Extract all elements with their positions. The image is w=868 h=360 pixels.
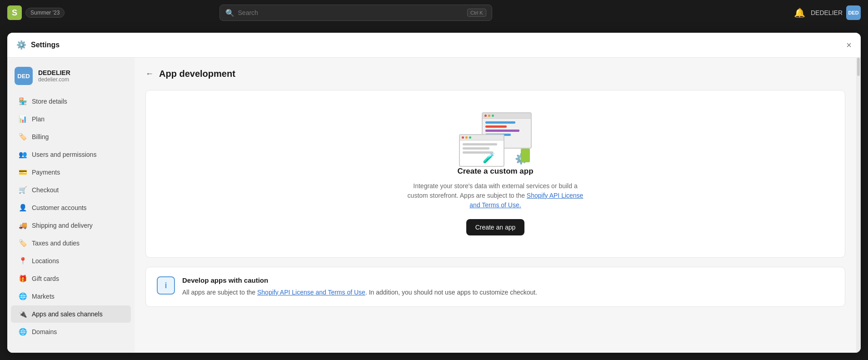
top-bar-right: 🔔 DEDELIER DED	[794, 5, 861, 20]
settings-body: DED DEDELIER dedelier.com 🏪 Store detail…	[7, 58, 861, 353]
top-bar: S Summer '23 🔍 Ctrl K 🔔 DEDELIER DED	[0, 0, 868, 25]
user-name: DEDELIER	[811, 9, 843, 16]
search-input[interactable]	[238, 9, 464, 16]
sidebar-item-customer-accounts[interactable]: 👤 Customer accounts	[11, 199, 131, 216]
sidebar-item-locations[interactable]: 📍 Locations	[11, 252, 131, 270]
locations-icon: 📍	[18, 256, 27, 265]
page-title: App development	[159, 69, 235, 79]
store-details-icon: 🏪	[18, 97, 27, 106]
user-info: DEDELIER DED	[811, 5, 861, 20]
sidebar: DED DEDELIER dedelier.com 🏪 Store detail…	[7, 58, 135, 353]
store-avatar: DED	[15, 67, 33, 85]
gear-icon: ⚙️	[16, 40, 26, 50]
caution-card: i Develop apps with caution All apps are…	[145, 267, 845, 307]
billing-icon: 🏷️	[18, 132, 27, 141]
user-avatar: DED	[846, 5, 861, 20]
sidebar-item-gift-cards[interactable]: 🎁 Gift cards	[11, 270, 131, 287]
sidebar-item-domains[interactable]: 🌐 Domains	[11, 323, 131, 340]
close-button[interactable]: ×	[846, 40, 852, 50]
payments-icon: 💳	[18, 168, 27, 177]
sidebar-item-markets[interactable]: 🌐 Markets	[11, 288, 131, 305]
domains-icon: 🌐	[18, 327, 27, 336]
settings-modal: ⚙️ Settings × DED DEDELIER dedelier.com …	[7, 33, 861, 353]
store-details-block: DEDELIER dedelier.com	[38, 69, 70, 83]
sidebar-item-checkout[interactable]: 🛒 Checkout	[11, 181, 131, 199]
shipping-icon: 🚚	[18, 221, 27, 230]
apps-icon: 🔌	[18, 310, 27, 319]
search-icon: 🔍	[225, 9, 234, 17]
taxes-icon: 🏷️	[18, 239, 27, 248]
page-header: ← App development	[145, 69, 845, 79]
scrollbar-track	[856, 58, 861, 353]
users-icon: 👥	[18, 150, 27, 159]
settings-header: ⚙️ Settings ×	[7, 33, 861, 58]
card-center: ⚙️ 🧪 Create a custom app Integrate your …	[146, 90, 845, 257]
app-illustration: ⚙️ 🧪	[459, 112, 532, 167]
scrollbar-thumb	[857, 58, 860, 76]
shopify-logo: S Summer '23	[7, 5, 65, 20]
settings-title: Settings	[31, 41, 60, 49]
shopify-api-link[interactable]: Shopify API License and Terms of Use	[257, 289, 365, 296]
keyboard-shortcut: Ctrl K	[467, 9, 486, 17]
create-app-description: Integrate your store's data with externa…	[404, 181, 586, 210]
illustration-window-front	[459, 134, 504, 167]
caution-title: Develop apps with caution	[182, 276, 834, 284]
sidebar-item-apps-sales-channels[interactable]: 🔌 Apps and sales channels	[11, 305, 131, 323]
bell-icon[interactable]: 🔔	[794, 7, 805, 18]
gift-cards-icon: 🎁	[18, 274, 27, 283]
shopify-icon: S	[7, 5, 22, 20]
sidebar-item-shipping-delivery[interactable]: 🚚 Shipping and delivery	[11, 217, 131, 234]
store-name: DEDELIER	[38, 69, 70, 76]
store-info: DED DEDELIER dedelier.com	[7, 61, 135, 92]
sidebar-item-plan[interactable]: 📊 Plan	[11, 110, 131, 128]
summer-badge: Summer '23	[25, 8, 65, 18]
create-app-heading: Create a custom app	[457, 167, 533, 176]
main-content: ← App development	[135, 58, 856, 353]
create-app-button[interactable]: Create an app	[466, 219, 525, 235]
customer-icon: 👤	[18, 203, 27, 212]
sidebar-item-users-permissions[interactable]: 👥 Users and permissions	[11, 146, 131, 163]
back-button[interactable]: ←	[145, 69, 154, 79]
caution-content: Develop apps with caution All apps are s…	[182, 276, 834, 297]
sidebar-item-store-details[interactable]: 🏪 Store details	[11, 93, 131, 110]
checkout-icon: 🛒	[18, 185, 27, 195]
store-domain: dedelier.com	[38, 76, 70, 83]
create-app-card: ⚙️ 🧪 Create a custom app Integrate your …	[145, 90, 845, 258]
sidebar-item-billing[interactable]: 🏷️ Billing	[11, 128, 131, 145]
sidebar-item-payments[interactable]: 💳 Payments	[11, 164, 131, 181]
cup-illustration: 🧪	[483, 152, 495, 164]
caution-text: All apps are subject to the Shopify API …	[182, 288, 834, 297]
plan-icon: 📊	[18, 115, 27, 124]
sidebar-item-taxes-duties[interactable]: 🏷️ Taxes and duties	[11, 235, 131, 252]
green-bar-illustration	[521, 149, 530, 162]
info-icon: i	[157, 276, 175, 295]
search-bar[interactable]: 🔍 Ctrl K	[219, 5, 492, 21]
markets-icon: 🌐	[18, 292, 27, 301]
